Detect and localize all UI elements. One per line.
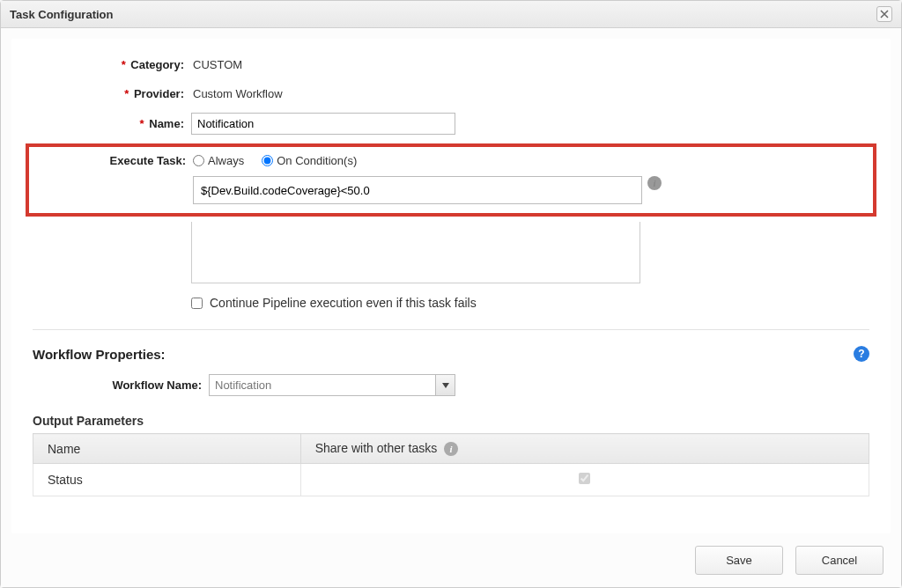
row-category: * Category: CUSTOM: [33, 55, 869, 75]
condition-textarea[interactable]: [191, 222, 640, 283]
help-icon[interactable]: ?: [854, 346, 869, 362]
provider-value: Custom Workflow: [191, 84, 285, 104]
cancel-button[interactable]: Cancel: [795, 546, 884, 575]
share-checkbox[interactable]: [579, 473, 590, 484]
execute-task-highlight: Execute Task: Always On Condition(s) i: [26, 143, 876, 217]
info-icon[interactable]: i: [444, 442, 458, 456]
dialog-footer: Save Cancel: [1, 533, 901, 587]
category-label: * Category:: [33, 58, 191, 71]
name-label: * Name:: [33, 117, 191, 130]
name-input[interactable]: [191, 113, 455, 135]
table-row: Status: [33, 464, 869, 496]
workflow-name-value[interactable]: [209, 374, 436, 396]
continue-label: Continue Pipeline execution even if this…: [210, 296, 477, 310]
row-name: * Name:: [33, 113, 869, 135]
condition-row: i: [193, 176, 868, 204]
param-name: Status: [33, 464, 301, 496]
row-workflow-name: Workflow Name:: [33, 374, 869, 396]
section-divider: [33, 329, 869, 330]
workflow-section-title: Workflow Properties:: [33, 347, 166, 362]
workflow-name-label: Workflow Name:: [33, 379, 209, 392]
save-button[interactable]: Save: [695, 546, 783, 575]
info-icon[interactable]: i: [647, 176, 662, 190]
col-name: Name: [33, 434, 301, 464]
radio-always-label[interactable]: Always: [193, 154, 244, 167]
dialog-title: Task Configuration: [10, 8, 113, 21]
close-icon[interactable]: [876, 6, 892, 22]
continue-checkbox[interactable]: [191, 298, 203, 309]
dialog-titlebar: Task Configuration: [1, 1, 901, 28]
dialog-content: * Category: CUSTOM * Provider: Custom Wo…: [11, 39, 891, 533]
output-params-table: Name Share with other tasks i Status: [33, 433, 869, 496]
param-share-cell: [300, 464, 869, 496]
output-params-title: Output Parameters: [33, 414, 869, 428]
condition-input[interactable]: [193, 176, 642, 204]
task-config-dialog: Task Configuration * Category: CUSTOM * …: [0, 0, 902, 588]
radio-cond-label[interactable]: On Condition(s): [262, 154, 357, 167]
execute-label: Execute Task:: [34, 154, 193, 167]
category-value: CUSTOM: [191, 55, 244, 75]
radio-on-condition[interactable]: [262, 155, 273, 166]
row-execute: Execute Task: Always On Condition(s): [34, 154, 868, 167]
table-header-row: Name Share with other tasks i: [33, 434, 869, 464]
row-provider: * Provider: Custom Workflow: [33, 84, 869, 104]
radio-always[interactable]: [193, 155, 204, 166]
col-share: Share with other tasks i: [300, 434, 869, 464]
row-continue: Continue Pipeline execution even if this…: [191, 296, 869, 310]
provider-label: * Provider:: [33, 87, 191, 100]
execute-radio-group: Always On Condition(s): [193, 154, 369, 167]
chevron-down-icon[interactable]: [436, 374, 455, 396]
workflow-name-select[interactable]: [209, 374, 455, 396]
workflow-section-header: Workflow Properties: ?: [33, 346, 869, 362]
